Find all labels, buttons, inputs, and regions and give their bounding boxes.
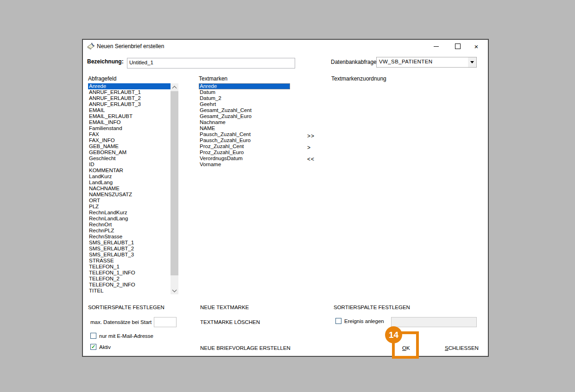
list-item[interactable]: KOMMENTAR: [88, 168, 171, 174]
list-item[interactable]: SMS_ERLAUBT_1: [88, 240, 171, 246]
list-item[interactable]: SMS_ERLAUBT_3: [88, 252, 171, 258]
chevron-up-icon: [172, 86, 177, 90]
list-item[interactable]: TELEFON_2: [88, 276, 171, 282]
scroll-up-button[interactable]: [171, 83, 178, 91]
list-item[interactable]: ANRUF_ERLAUBT_2: [88, 95, 171, 101]
maximize-icon: [455, 44, 461, 49]
window-title: Neuen Serienbrief erstellen: [97, 43, 164, 50]
textmarken-header: Textmarken: [199, 75, 227, 82]
minimize-icon: [434, 46, 439, 47]
list-item[interactable]: NAMENSZUSATZ: [88, 192, 171, 198]
sortierspalte-festlegen-left-button[interactable]: SORTIERSPALTE FESTLEGEN: [88, 305, 164, 310]
textmarke-loeschen-button[interactable]: TEXTMARKE LÖSCHEN: [200, 319, 260, 325]
list-item[interactable]: Vorname: [199, 162, 290, 168]
list-item[interactable]: GEB_NAME: [88, 143, 171, 149]
checkbox-unchecked-icon: [335, 318, 341, 324]
scrollbar-thumb[interactable]: [171, 91, 178, 275]
list-item[interactable]: Geehrt: [199, 101, 290, 107]
serienbrief-dialog: Neuen Serienbrief erstellen × Bezeichnun…: [82, 39, 489, 357]
abfragefeld-scrollbar[interactable]: [171, 83, 178, 294]
close-button[interactable]: ×: [468, 40, 484, 53]
list-item[interactable]: Nachname: [199, 119, 290, 125]
list-item[interactable]: LandLang: [88, 180, 171, 186]
list-item[interactable]: Anrede: [199, 83, 290, 89]
list-item[interactable]: EMAIL_ERLAUBT: [88, 113, 171, 119]
datenbankabfrage-value: VW_SB_PATIENTEN: [379, 59, 433, 64]
list-item[interactable]: Proz_Zuzahl_Cent: [199, 143, 290, 149]
move-all-left-button[interactable]: <<: [307, 156, 315, 162]
list-item[interactable]: Datum: [199, 89, 290, 95]
list-item[interactable]: Pausch_Zuzahl_Euro: [199, 137, 290, 143]
list-item[interactable]: FAX: [88, 131, 171, 137]
bezeichnung-label: Bezeichnung:: [87, 58, 124, 65]
chevron-down-icon: [172, 287, 177, 292]
nur-mit-email-label: nur mit E-Mail-Adresse: [99, 333, 153, 339]
list-item[interactable]: EMAIL_INFO: [88, 119, 171, 125]
list-item[interactable]: STRASSE: [88, 258, 171, 264]
list-item[interactable]: TITEL: [88, 288, 171, 294]
list-item[interactable]: Familienstand: [88, 125, 171, 131]
list-item[interactable]: Gesamt_Zuzahl_Euro: [199, 113, 290, 119]
annotation-step-badge: 14: [385, 326, 402, 343]
list-item[interactable]: ORT: [88, 198, 171, 204]
neue-textmarke-button[interactable]: NEUE TEXTMARKE: [200, 305, 249, 310]
close-icon: ×: [474, 43, 479, 50]
datenbankabfrage-select[interactable]: VW_SB_PATIENTEN: [376, 57, 477, 68]
maximize-button[interactable]: [450, 40, 466, 53]
list-item[interactable]: PLZ: [88, 204, 171, 210]
aktiv-label: Aktiv: [99, 344, 111, 350]
textmarkenzuordnung-header: Textmarkenzuordnung: [331, 75, 386, 82]
textmarken-list[interactable]: AnredeDatumDatum_2GeehrtGesamt_Zuzahl_Ce…: [199, 83, 290, 168]
scroll-down-button[interactable]: [171, 286, 178, 294]
check-icon: ✓: [91, 344, 95, 349]
bezeichnung-input[interactable]: Untitled_1: [127, 58, 295, 68]
list-item[interactable]: Datum_2: [199, 95, 290, 101]
list-item[interactable]: TELEFON_2_INFO: [88, 282, 171, 288]
list-item[interactable]: FAX_INFO: [88, 137, 171, 143]
list-item[interactable]: ANRUF_ERLAUBT_1: [88, 89, 171, 95]
serienbrief-icon: [87, 43, 95, 50]
move-all-right-button[interactable]: >>: [307, 133, 315, 139]
checkbox-unchecked-icon: [90, 333, 96, 339]
schliessen-button[interactable]: SCHLIESSEN: [445, 345, 479, 351]
abfragefeld-header: Abfragefeld: [88, 75, 116, 82]
list-item[interactable]: ID: [88, 162, 171, 168]
list-item[interactable]: RechnLandKurz: [88, 210, 171, 216]
list-item[interactable]: TELEFON_1: [88, 264, 171, 270]
title-bar: Neuen Serienbrief erstellen ×: [83, 40, 488, 53]
list-item[interactable]: RechnStrasse: [88, 234, 171, 240]
list-item[interactable]: RechnPLZ: [88, 228, 171, 234]
max-datensaetze-label: max. Datensätze bei Start: [90, 319, 152, 325]
ereignis-anlegen-checkbox[interactable]: Ereignis anlegen: [335, 318, 384, 324]
list-item[interactable]: VerordnugsDatum: [199, 156, 290, 162]
list-item[interactable]: TELEFON_1_INFO: [88, 270, 171, 276]
list-item[interactable]: Gesamt_Zuzahl_Cent: [199, 107, 290, 113]
sortierspalte-festlegen-right-button[interactable]: SORTIERSPALTE FESTLEGEN: [334, 305, 410, 310]
max-datensaetze-input[interactable]: [154, 317, 177, 327]
checkbox-checked-icon: ✓: [90, 344, 96, 350]
neue-briefvorlage-button[interactable]: NEUE BRIEFVORLAGE ERSTELLEN: [200, 345, 291, 351]
minimize-button[interactable]: [428, 40, 444, 53]
ereignis-input: [391, 317, 477, 327]
nur-mit-email-checkbox[interactable]: nur mit E-Mail-Adresse: [90, 333, 153, 339]
list-item[interactable]: GEBOREN_AM: [88, 149, 171, 156]
list-item[interactable]: RechnLandLang: [88, 216, 171, 222]
list-item[interactable]: Anrede: [88, 83, 171, 89]
datenbankabfrage-label: Datenbankabfrage:: [331, 59, 378, 65]
list-item[interactable]: Pausch_Zuzahl_Cent: [199, 131, 290, 137]
list-item[interactable]: EMAIL: [88, 107, 171, 113]
list-item[interactable]: SMS_ERLAUBT_2: [88, 246, 171, 252]
list-item[interactable]: NAME: [199, 125, 290, 131]
ereignis-anlegen-label: Ereignis anlegen: [344, 318, 384, 324]
list-item[interactable]: ANRUF_ERLAUBT_3: [88, 101, 171, 107]
move-one-right-button[interactable]: >: [307, 144, 311, 151]
list-item[interactable]: RechnOrt: [88, 222, 171, 228]
datenbankabfrage-dropdown-button[interactable]: [468, 57, 476, 67]
abfragefeld-list[interactable]: AnredeANRUF_ERLAUBT_1ANRUF_ERLAUBT_2ANRU…: [88, 83, 171, 294]
list-item[interactable]: Proz_Zuzahl_Euro: [199, 149, 290, 156]
list-item[interactable]: NACHNAME: [88, 186, 171, 192]
chevron-down-icon: [470, 61, 474, 63]
aktiv-checkbox[interactable]: ✓ Aktiv: [90, 344, 111, 350]
list-item[interactable]: Geschlecht: [88, 156, 171, 162]
list-item[interactable]: LandKurz: [88, 174, 171, 180]
